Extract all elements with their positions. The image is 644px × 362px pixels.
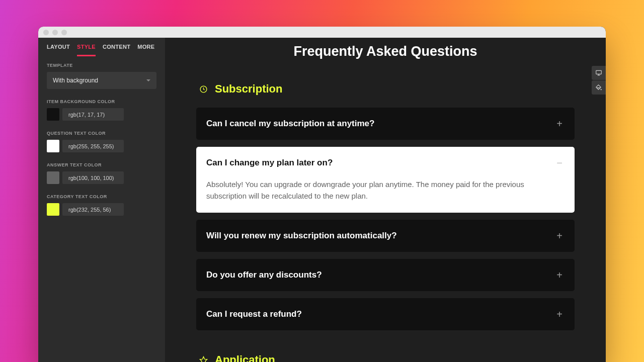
item-bg-swatch[interactable]: [47, 108, 59, 121]
answer-value[interactable]: rgb(100, 100, 100): [62, 171, 124, 184]
star-icon: [199, 356, 208, 363]
faq-question-text: Will you renew my subscription automatic…: [206, 231, 397, 241]
question-swatch[interactable]: [47, 140, 59, 152]
answer-swatch[interactable]: [47, 171, 59, 184]
item-bg-field: ITEM BACKGROUND COLOR rgb(17, 17, 17): [47, 99, 156, 121]
faq-item: Can I cancel my subscription at anytime?…: [196, 108, 575, 140]
item-bg-value[interactable]: rgb(17, 17, 17): [62, 108, 124, 121]
question-color-label: QUESTION TEXT COLOR: [47, 131, 156, 136]
faq-question-text: Can I request a refund?: [206, 309, 302, 319]
question-value[interactable]: rgb(255, 255, 255): [62, 140, 124, 152]
question-color-field: QUESTION TEXT COLOR rgb(255, 255, 255): [47, 131, 156, 152]
app-body: LAYOUT STYLE CONTENT MORE TEMPLATE With …: [38, 38, 606, 362]
category-color-label: CATEGORY TEXT COLOR: [47, 194, 156, 199]
faq-answer: Absolutely! You can upgrade or downgrade…: [196, 179, 575, 213]
question-color-row: rgb(255, 255, 255): [47, 140, 156, 152]
category-subscription-label: Subscription: [215, 82, 282, 96]
faq-question[interactable]: Do you offer any discounts? +: [196, 259, 575, 291]
item-bg-label: ITEM BACKGROUND COLOR: [47, 99, 156, 104]
sidebar-tabs: LAYOUT STYLE CONTENT MORE: [38, 38, 165, 56]
template-select-value: With background: [53, 77, 98, 84]
faq-question-text: Do you offer any discounts?: [206, 270, 322, 280]
faq-item: Can I change my plan later on? − Absolut…: [196, 147, 575, 213]
faq-question-text: Can I change my plan later on?: [206, 158, 333, 168]
window-maximize-dot[interactable]: [61, 30, 67, 35]
item-bg-color-row: rgb(17, 17, 17): [47, 108, 156, 121]
template-select[interactable]: With background: [47, 72, 156, 89]
faq-question-text: Can I cancel my subscription at anytime?: [206, 119, 374, 129]
titlebar: [38, 27, 606, 38]
tab-content[interactable]: CONTENT: [103, 44, 130, 56]
sidebar-content: TEMPLATE With background ITEM BACKGROUND…: [38, 56, 165, 226]
faq-question[interactable]: Will you renew my subscription automatic…: [196, 220, 575, 252]
faq-item: Do you offer any discounts? +: [196, 259, 575, 291]
faq-question[interactable]: Can I cancel my subscription at anytime?…: [196, 108, 575, 140]
sidebar: LAYOUT STYLE CONTENT MORE TEMPLATE With …: [38, 38, 165, 362]
faq-item: Can I request a refund? +: [196, 298, 575, 330]
faq-content: Subscription Can I cancel my subscriptio…: [196, 82, 575, 362]
category-subscription: Subscription: [196, 82, 575, 96]
minus-icon: −: [554, 158, 565, 168]
category-application: Application: [196, 353, 575, 362]
clock-icon: [199, 85, 208, 94]
window-minimize-dot[interactable]: [52, 30, 58, 35]
plus-icon: +: [554, 119, 565, 129]
template-field: TEMPLATE With background: [47, 63, 156, 89]
tab-layout[interactable]: LAYOUT: [47, 44, 70, 56]
answer-color-field: ANSWER TEXT COLOR rgb(100, 100, 100): [47, 162, 156, 184]
category-value[interactable]: rgb(232, 255, 56): [62, 203, 124, 216]
faq-question[interactable]: Can I request a refund? +: [196, 298, 575, 330]
app-window: LAYOUT STYLE CONTENT MORE TEMPLATE With …: [38, 27, 606, 362]
category-color-field: CATEGORY TEXT COLOR rgb(232, 255, 56): [47, 194, 156, 216]
chevron-down-icon: [146, 79, 150, 81]
preview-pane: Frequently Asked Questions Subscription …: [165, 38, 606, 362]
answer-color-label: ANSWER TEXT COLOR: [47, 162, 156, 167]
window-close-dot[interactable]: [43, 30, 49, 35]
svg-marker-5: [200, 356, 207, 362]
category-color-row: rgb(232, 255, 56): [47, 203, 156, 216]
template-label: TEMPLATE: [47, 63, 156, 68]
faq-question[interactable]: Can I change my plan later on? −: [196, 147, 575, 179]
faq-title: Frequently Asked Questions: [165, 44, 606, 59]
category-application-label: Application: [215, 353, 275, 362]
faq-item: Will you renew my subscription automatic…: [196, 220, 575, 252]
plus-icon: +: [554, 231, 565, 241]
tab-style[interactable]: STYLE: [77, 44, 96, 56]
plus-icon: +: [554, 309, 565, 319]
tab-more[interactable]: MORE: [137, 44, 154, 56]
plus-icon: +: [554, 270, 565, 280]
preview-inner: Frequently Asked Questions Subscription …: [165, 38, 606, 362]
category-swatch[interactable]: [47, 203, 59, 216]
answer-color-row: rgb(100, 100, 100): [47, 171, 156, 184]
